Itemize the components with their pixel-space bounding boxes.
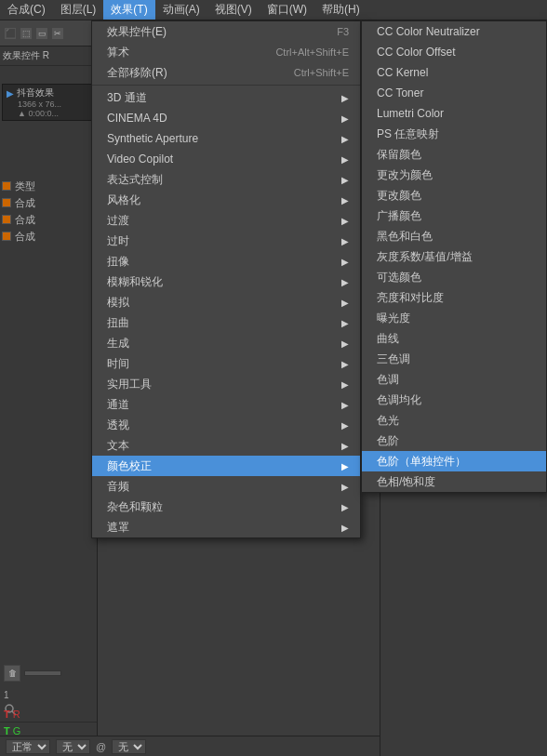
menu-matte[interactable]: 遮罩 ▶ — [92, 517, 360, 537]
menu-remove-all[interactable]: 全部移除(R) Ctrl+Shift+E — [92, 62, 360, 83]
submenu-curves[interactable]: 曲线 — [362, 328, 546, 349]
menu-simulate[interactable]: 模拟 ▶ — [92, 292, 360, 312]
layer-name-r: T R — [0, 706, 97, 723]
delete-layer-btn[interactable]: 🗑 — [4, 665, 20, 682]
layer-composite3: 合成 — [0, 228, 97, 245]
submenu-broadcast-color[interactable]: 广播颜色 — [362, 206, 546, 226]
toolbar-icon2[interactable]: ⬚ — [20, 27, 33, 40]
menubar: 合成(C) 图层(L) 效果(T) 动画(A) 视图(V) 窗口(W) 帮助(H… — [0, 0, 547, 20]
submenu-change-to-color[interactable]: 更改为颜色 — [362, 165, 546, 185]
menu-noise-grain[interactable]: 杂色和颗粒 ▶ — [92, 497, 360, 517]
submenu-ps-color-map[interactable]: PS 任意映射 — [362, 124, 546, 144]
layer-composite2: 合成 — [0, 211, 97, 228]
menu-effect-control[interactable]: 效果控件(E) F3 — [92, 21, 360, 42]
submenu-color-light[interactable]: 色光 — [362, 410, 546, 431]
toolbar-icon1[interactable]: ⬛ — [4, 27, 17, 40]
submenu-tritone[interactable]: 三色调 — [362, 349, 546, 369]
tik-effect-box: ▶ 抖音效果 1366 x 76... ▲ 0:00:0... — [2, 84, 95, 121]
menu-synthetic-aperture[interactable]: Synthetic Aperture ▶ — [92, 128, 360, 149]
menu-3d-channel[interactable]: 3D 通道 ▶ — [92, 87, 360, 108]
menu-distort[interactable]: 扭像 ▶ — [92, 251, 360, 272]
submenu-black-white[interactable]: 黑色和白色 — [362, 226, 546, 246]
submenu-lumetri-color[interactable]: Lumetri Color — [362, 103, 546, 124]
submenu-brightness-contrast[interactable]: 亮度和对比度 — [362, 287, 546, 308]
tik-effect-title: ▶ 抖音效果 — [7, 86, 90, 99]
menu-distort2[interactable]: 扭曲 ▶ — [92, 312, 360, 333]
menu-obsolete[interactable]: 过时 ▶ — [92, 231, 360, 251]
menu-expression-control[interactable]: 表达式控制 ▶ — [92, 169, 360, 190]
submenu-cc-color-neutralizer[interactable]: CC Color Neutralizer — [362, 21, 546, 42]
layer-slider[interactable] — [24, 670, 61, 676]
at-symbol: @ — [96, 741, 106, 752]
left-panel: ⬛ ⬚ ▭ ✂ 效果控件 R ▶ 抖音效果 1366 x 76... ▲ 0:0… — [0, 20, 98, 756]
menu-blur-sharpen[interactable]: 模糊和锐化 ▶ — [92, 272, 360, 292]
toolbar-icon3[interactable]: ▭ — [35, 27, 48, 40]
menu-arithmetic[interactable]: 算术 Ctrl+Alt+Shift+E — [92, 42, 360, 62]
menu-window[interactable]: 窗口(W) — [260, 0, 314, 20]
submenu-change-color[interactable]: 更改颜色 — [362, 185, 546, 206]
menu-video-copilot[interactable]: Video Copilot ▶ — [92, 149, 360, 169]
layer-t-icon: T — [4, 709, 10, 720]
menu-effect[interactable]: 效果(T) — [103, 0, 154, 20]
menu-perspective[interactable]: 透视 ▶ — [92, 415, 360, 435]
mode-select[interactable]: 正常 — [6, 739, 50, 754]
menu-utility[interactable]: 实用工具 ▶ — [92, 374, 360, 394]
layer-type-section: 类型 合成 合成 合成 — [0, 178, 97, 245]
submenu-cc-kernel[interactable]: CC Kernel — [362, 62, 546, 83]
submenu-exposure[interactable]: 曝光度 — [362, 308, 546, 328]
effect-control-label: 效果控件 R — [0, 46, 97, 66]
layer-type: 类型 — [0, 178, 97, 194]
none-select1[interactable]: 无 — [56, 739, 90, 754]
menu-composition[interactable]: 合成(C) — [0, 0, 53, 20]
submenu-hue-saturation[interactable]: 色相/饱和度 — [362, 471, 546, 492]
left-panel-toolbar: ⬛ ⬚ ▭ ✂ — [0, 20, 97, 46]
toolbar-icon4[interactable]: ✂ — [51, 27, 64, 40]
tik-info2: ▲ 0:00:0... — [7, 109, 90, 118]
menu-text[interactable]: 文本 ▶ — [92, 435, 360, 456]
menu-generate[interactable]: 生成 ▶ — [92, 333, 360, 353]
submenu-levels-single[interactable]: 色阶（单独控件） — [362, 451, 546, 471]
layer-t-icon-g: T — [4, 725, 10, 736]
effect-dropdown-menu: 效果控件(E) F3 算术 Ctrl+Alt+Shift+E 全部移除(R) C… — [91, 20, 361, 538]
menu-color-correction[interactable]: 颜色校正 ▶ — [92, 456, 360, 476]
tik-info1: 1366 x 76... — [7, 99, 90, 109]
bottom-bar: 正常 无 @ 无 — [0, 736, 380, 756]
layer-comp1-color — [2, 198, 11, 207]
menu-transition[interactable]: 过渡 ▶ — [92, 210, 360, 231]
submenu-hue-stabilize[interactable]: 色调均化 — [362, 390, 546, 410]
menu-audio[interactable]: 音频 ▶ — [92, 476, 360, 497]
menu-layer[interactable]: 图层(L) — [53, 0, 104, 20]
layer-comp3-color — [2, 232, 11, 241]
layer-composite1: 合成 — [0, 194, 97, 211]
menu-help[interactable]: 帮助(H) — [314, 0, 367, 20]
submenu-selectable-color[interactable]: 可选颜色 — [362, 267, 546, 287]
layer-number: 1 — [4, 690, 9, 700]
submenu-cc-toner[interactable]: CC Toner — [362, 83, 546, 103]
submenu-levels[interactable]: 色阶 — [362, 431, 546, 451]
menu-style[interactable]: 风格化 ▶ — [92, 190, 360, 210]
submenu-preserve-color[interactable]: 保留颜色 — [362, 144, 546, 165]
layer-type-color — [2, 181, 11, 191]
menu-separator1 — [92, 85, 360, 86]
layer-comp2-color — [2, 215, 11, 224]
menu-view[interactable]: 视图(V) — [207, 0, 260, 20]
submenu-cc-color-offset[interactable]: CC Color Offset — [362, 42, 546, 62]
menu-cinema4d[interactable]: CINEMA 4D ▶ — [92, 108, 360, 128]
submenu-gray-levels[interactable]: 灰度系数/基值/增益 — [362, 246, 546, 267]
color-correction-submenu: CC Color Neutralizer CC Color Offset CC … — [361, 20, 547, 493]
submenu-hue[interactable]: 色调 — [362, 369, 546, 390]
menu-time[interactable]: 时间 ▶ — [92, 353, 360, 374]
none-select2[interactable]: 无 — [112, 739, 146, 754]
menu-channel[interactable]: 通道 ▶ — [92, 394, 360, 415]
menu-animation[interactable]: 动画(A) — [155, 0, 207, 20]
